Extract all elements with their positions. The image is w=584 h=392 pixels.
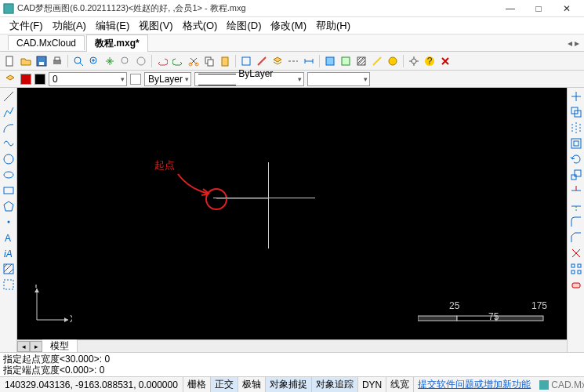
undo-button[interactable] (155, 54, 169, 68)
dyn-toggle[interactable]: DYN (357, 377, 386, 392)
menu-format[interactable]: 格式(O) (178, 17, 223, 34)
maximize-button[interactable]: □ (524, 1, 553, 16)
svg-rect-43 (496, 316, 543, 321)
hatch-tool[interactable] (2, 262, 16, 276)
block-button[interactable] (323, 54, 337, 68)
dim-button[interactable] (302, 54, 316, 68)
minimize-button[interactable]: — (496, 1, 524, 16)
chamfer-tool[interactable] (569, 230, 583, 245)
crosshair-vertical (268, 162, 269, 249)
scale-tool[interactable] (569, 168, 583, 182)
svg-point-12 (137, 57, 145, 65)
menu-func[interactable]: 功能(A) (48, 17, 91, 34)
zoom-extents-button[interactable] (87, 54, 101, 68)
hatch-button[interactable] (354, 54, 368, 68)
command-line-2: 指定端点宽度<0.000>: 0 (3, 365, 581, 376)
fillet-tool[interactable] (569, 215, 583, 229)
cut-button[interactable] (187, 54, 201, 68)
grid-toggle[interactable]: 栅格 (183, 377, 210, 392)
menu-edit[interactable]: 编辑(E) (91, 17, 134, 34)
color-combo[interactable]: ByLayer (144, 72, 191, 86)
svg-rect-56 (571, 270, 575, 274)
feedback-link[interactable]: 提交软件问题或增加新功能 (413, 377, 535, 392)
open-button[interactable] (19, 54, 33, 68)
arc-tool[interactable] (2, 121, 16, 135)
copy-tool[interactable] (569, 105, 583, 119)
tab-document[interactable]: 教程.mxg* (86, 34, 148, 52)
linetype-button[interactable] (286, 54, 300, 68)
insert-button[interactable] (339, 54, 353, 68)
mirror-tool[interactable] (569, 121, 583, 135)
layer-button[interactable] (270, 54, 285, 68)
area-button[interactable] (386, 54, 400, 68)
region-tool[interactable] (2, 278, 16, 292)
zoom-window-button[interactable] (71, 54, 85, 68)
scroll-left-button[interactable]: ◂ (17, 341, 30, 352)
svg-rect-16 (208, 60, 213, 66)
drawing-canvas[interactable]: 起点 X Y 25 75 175 (17, 88, 567, 339)
model-tab[interactable]: 模型 (42, 339, 78, 353)
layer-manager-button[interactable] (3, 72, 17, 86)
scroll-right-button[interactable]: ▸ (30, 341, 42, 352)
zoom-previous-button[interactable] (118, 54, 132, 68)
polygon-tool[interactable] (2, 199, 16, 213)
menu-draw[interactable]: 绘图(D) (222, 17, 266, 34)
svg-rect-33 (4, 187, 13, 194)
move-tool[interactable] (569, 89, 583, 103)
circle-tool[interactable] (2, 152, 16, 166)
titlebar: CAD梦想画图(6.0.20211123)<姓赵的好, ,会员1> - 教程.m… (0, 0, 584, 17)
text-tool[interactable]: A (2, 230, 16, 245)
help-button[interactable]: ? (423, 54, 437, 68)
close-doc-button[interactable] (438, 54, 452, 68)
pan-button[interactable] (103, 54, 117, 68)
properties-button[interactable] (239, 54, 253, 68)
layer-combo[interactable]: 0 (49, 72, 127, 86)
tab-scroll[interactable]: ◂ ▸ (568, 38, 584, 49)
offset-tool[interactable] (569, 136, 583, 151)
save-button[interactable] (34, 54, 49, 68)
settings-button[interactable] (407, 54, 421, 68)
dist-button[interactable] (370, 54, 384, 68)
line-tool[interactable] (2, 89, 16, 103)
linetype-combo[interactable]: ———— ByLayer ———— (194, 72, 304, 86)
rectangle-tool[interactable] (2, 183, 16, 198)
extend-tool[interactable] (569, 199, 583, 213)
ortho-toggle[interactable]: 正交 (210, 377, 238, 392)
document-tabbar: CAD.MxCloud 教程.mxg* ◂ ▸ (0, 34, 584, 52)
spline-tool[interactable] (2, 136, 16, 151)
print-button[interactable] (50, 54, 64, 68)
mtext-tool[interactable]: iA (2, 246, 16, 260)
paste-button[interactable] (218, 54, 232, 68)
svg-line-30 (4, 92, 13, 101)
command-area[interactable]: 指定起点宽度<30.000>: 0 指定端点宽度<0.000>: 0 (0, 352, 584, 376)
new-button[interactable] (3, 54, 17, 68)
point-tool[interactable] (2, 215, 16, 229)
otrack-toggle[interactable]: 对象追踪 (311, 377, 357, 392)
menu-view[interactable]: 视图(V) (134, 17, 177, 34)
lineweight-toggle[interactable]: 线宽 (386, 377, 413, 392)
menu-file[interactable]: 文件(F) (5, 17, 48, 34)
trim-tool[interactable] (569, 183, 583, 198)
match-button[interactable] (255, 54, 269, 68)
lineweight-combo[interactable] (307, 72, 370, 86)
polyline-tool[interactable] (2, 105, 16, 119)
explode-tool[interactable] (569, 246, 583, 260)
tab-cloud[interactable]: CAD.MxCloud (8, 35, 85, 50)
zoom-realtime-button[interactable] (134, 54, 148, 68)
osnap-toggle[interactable]: 对象捕捉 (265, 377, 311, 392)
polar-toggle[interactable]: 极轴 (238, 377, 265, 392)
color-current[interactable] (34, 74, 45, 85)
close-button[interactable]: ✕ (553, 1, 581, 16)
rotate-tool[interactable] (569, 152, 583, 166)
menu-help[interactable]: 帮助(H) (311, 17, 355, 34)
ellipse-tool[interactable] (2, 168, 16, 182)
array-tool[interactable] (569, 262, 583, 276)
svg-rect-5 (55, 57, 60, 60)
svg-text:A: A (5, 233, 11, 244)
redo-button[interactable] (171, 54, 185, 68)
erase-tool[interactable] (569, 278, 583, 292)
color-swatch[interactable] (20, 74, 31, 85)
copy-button[interactable] (202, 54, 216, 68)
menu-modify[interactable]: 修改(M) (266, 17, 311, 34)
svg-text:?: ? (427, 56, 433, 67)
